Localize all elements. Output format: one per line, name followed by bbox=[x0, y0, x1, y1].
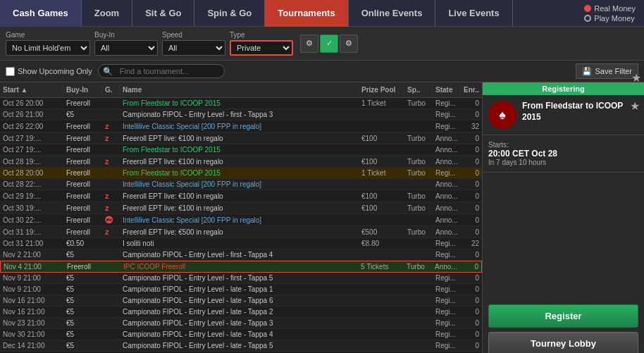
col-header-g[interactable]: G. bbox=[102, 85, 120, 95]
table-row[interactable]: Nov 16 21:00 €5 Campionato FIPOL - Entry… bbox=[0, 295, 482, 306]
cell-state: Anno... bbox=[433, 228, 461, 237]
tourney-logo-icon: ♠ bbox=[499, 108, 506, 123]
table-row[interactable]: Oct 30 19:... Freeroll z Freeroll EPT li… bbox=[0, 202, 482, 214]
register-button[interactable]: Register bbox=[488, 304, 638, 328]
cell-game: z bbox=[102, 121, 120, 131]
table-row[interactable]: Oct 31 19:... Freeroll z Freeroll EPT li… bbox=[0, 226, 482, 238]
cell-prize: 5 Tickets bbox=[358, 262, 404, 271]
speed-filter-group: Speed All bbox=[162, 31, 225, 56]
cell-speed bbox=[404, 125, 433, 127]
cell-start: Oct 31 19:... bbox=[0, 228, 63, 237]
cell-state: Regi... bbox=[433, 110, 461, 119]
cell-enrolled: 0 bbox=[461, 250, 482, 259]
cell-start: Oct 28 22:... bbox=[0, 180, 63, 189]
buyin-filter-select[interactable]: All bbox=[94, 40, 158, 56]
table-row[interactable]: Nov 4 21:00 Freeroll IPC ICOOP Freeroll … bbox=[0, 261, 482, 273]
search-icon: 🔍 bbox=[103, 67, 113, 76]
cell-game: z bbox=[102, 227, 120, 237]
table-row[interactable]: Oct 28 19:... Freeroll z Freeroll EPT li… bbox=[0, 156, 482, 168]
cell-game: z bbox=[102, 203, 120, 213]
cell-state: Anno... bbox=[433, 192, 461, 201]
table-row[interactable]: Nov 30 21:00 €5 Campionato FIPOL - Entry… bbox=[0, 329, 482, 340]
cell-name: Campionato FIPOL - Entry Level - late - … bbox=[120, 318, 359, 328]
save-filter-label: Save Filter bbox=[595, 67, 632, 75]
favorite-star-icon[interactable]: ★ bbox=[631, 71, 641, 85]
col-header-start[interactable]: Start ▲ bbox=[0, 85, 63, 95]
cell-start: Nov 9 21:00 bbox=[0, 285, 63, 294]
save-filter-button[interactable]: 💾 Save Filter bbox=[576, 63, 638, 79]
cell-prize bbox=[359, 114, 404, 116]
game-filter-label: Game bbox=[6, 31, 90, 39]
cell-name: Campionato FIPOL - Entry Level - late - … bbox=[120, 296, 359, 305]
table-row[interactable]: Oct 29 19:... Freeroll z Freeroll EPT li… bbox=[0, 190, 482, 202]
tournament-search-input[interactable] bbox=[116, 64, 221, 78]
table-row[interactable]: Oct 28 20:00 Freeroll From Fleedstar to … bbox=[0, 168, 482, 179]
cell-prize bbox=[359, 219, 404, 221]
cell-prize: €100 bbox=[359, 192, 404, 201]
cell-start: Oct 29 19:... bbox=[0, 192, 63, 201]
cell-speed: Turbo bbox=[404, 204, 433, 213]
tourney-lobby-button[interactable]: Tourney Lobby bbox=[488, 332, 638, 353]
tab-online-events[interactable]: Online Events bbox=[349, 0, 436, 27]
sub-bar: Show Upcoming Only 🔍 💾 Save Filter bbox=[0, 61, 644, 82]
star-icon[interactable]: ★ bbox=[630, 99, 640, 113]
cell-speed bbox=[404, 334, 433, 335]
cell-name: From Fleedstar to ICOOP 2015 bbox=[120, 145, 359, 154]
cell-buyin: €5 bbox=[63, 250, 102, 259]
show-upcoming-checkbox[interactable]: Show Upcoming Only bbox=[6, 67, 92, 76]
col-header-sp[interactable]: Sp.. bbox=[404, 85, 433, 95]
tab-spin-go[interactable]: Spin & Go bbox=[194, 0, 265, 27]
cell-game bbox=[102, 300, 120, 302]
filter-apply-button[interactable]: ✓ bbox=[320, 35, 338, 53]
cell-prize bbox=[359, 278, 404, 279]
show-upcoming-label: Show Upcoming Only bbox=[18, 67, 92, 75]
tab-tournaments[interactable]: Tournaments bbox=[265, 0, 348, 27]
cell-prize bbox=[359, 311, 404, 313]
cell-enrolled: 0 bbox=[461, 110, 482, 119]
table-row[interactable]: Oct 27 19:... Freeroll From Fleedstar to… bbox=[0, 144, 482, 156]
table-row[interactable]: Nov 9 21:00 €5 Campionato FIPOL - Entry … bbox=[0, 273, 482, 284]
cell-prize bbox=[359, 345, 404, 347]
col-header-name[interactable]: Name bbox=[120, 85, 359, 95]
table-row[interactable]: Oct 28 22:... Freeroll Intellilive Class… bbox=[0, 179, 482, 190]
table-row[interactable]: Nov 9 21:00 €5 Campionato FIPOL - Entry … bbox=[0, 284, 482, 295]
type-filter-select[interactable]: Private bbox=[230, 40, 293, 56]
tab-zoom[interactable]: Zoom bbox=[82, 0, 132, 27]
cell-buyin: Freeroll bbox=[63, 134, 102, 143]
col-header-buyin[interactable]: Buy-In bbox=[63, 85, 102, 95]
table-row[interactable]: Oct 27 19:... Freeroll z Freeroll EPT li… bbox=[0, 132, 482, 144]
table-row[interactable]: Oct 26 22:00 Freeroll z Intellilive Clas… bbox=[0, 120, 482, 132]
show-upcoming-input[interactable] bbox=[6, 67, 15, 76]
real-money-option[interactable]: Real Money bbox=[584, 4, 636, 13]
top-navigation: Cash Games Zoom Sit & Go Spin & Go Tourn… bbox=[0, 0, 644, 27]
cell-buyin: €0.50 bbox=[63, 239, 102, 248]
play-money-option[interactable]: Play Money bbox=[584, 14, 636, 23]
game-filter-select[interactable]: No Limit Hold'em bbox=[6, 40, 90, 56]
col-header-state[interactable]: State bbox=[433, 85, 461, 95]
table-row[interactable]: Nov 2 21:00 €5 Campionato FIPOL - Entry … bbox=[0, 249, 482, 261]
cell-enrolled: 0 bbox=[461, 318, 482, 328]
table-row[interactable]: Oct 26 20:00 Freeroll From Fleedstar to … bbox=[0, 98, 482, 109]
table-row[interactable]: Dec 14 21:00 €5 Campionato FIPOL - Entry… bbox=[0, 340, 482, 352]
cell-name: Campionato FIPOL - Entry Level - first -… bbox=[120, 273, 359, 283]
cell-start: Oct 26 22:00 bbox=[0, 122, 63, 131]
speed-filter-select[interactable]: All bbox=[162, 40, 225, 56]
table-row[interactable]: Nov 16 21:00 €5 Campionato FIPOL - Entry… bbox=[0, 306, 482, 318]
cell-speed: Turbo bbox=[404, 157, 433, 166]
cell-buyin: €5 bbox=[63, 285, 102, 294]
col-header-prize[interactable]: Prize Pool bbox=[359, 85, 404, 95]
tourney-info-section: ♠ From Fleedstar to ICOOP 2015 ★ bbox=[483, 95, 644, 135]
col-header-enr[interactable]: Enr.. bbox=[461, 85, 482, 95]
tab-cash-games[interactable]: Cash Games bbox=[0, 0, 82, 27]
cell-enrolled: 0 bbox=[461, 145, 482, 154]
filter-settings-button[interactable]: ⚙ bbox=[340, 35, 358, 53]
table-row[interactable]: Oct 26 21:00 €5 Campionato FIPOL - Entry… bbox=[0, 109, 482, 120]
table-row[interactable]: Oct 30 22:... Freeroll ⓶ Intellilive Cla… bbox=[0, 214, 482, 226]
tab-sit-go[interactable]: Sit & Go bbox=[132, 0, 194, 27]
cell-name: Campionato FIPOL - Entry Level - late - … bbox=[120, 341, 359, 350]
table-row[interactable]: Oct 31 21:00 €0.50 I soliti noti €8.80 R… bbox=[0, 238, 482, 249]
tab-live-events[interactable]: Live Events bbox=[435, 0, 512, 27]
table-row[interactable]: Nov 23 21:00 €5 Campionato FIPOL - Entry… bbox=[0, 318, 482, 329]
cell-enrolled: 0 bbox=[461, 180, 482, 189]
filter-icon-button[interactable]: ⚙ bbox=[300, 35, 318, 53]
